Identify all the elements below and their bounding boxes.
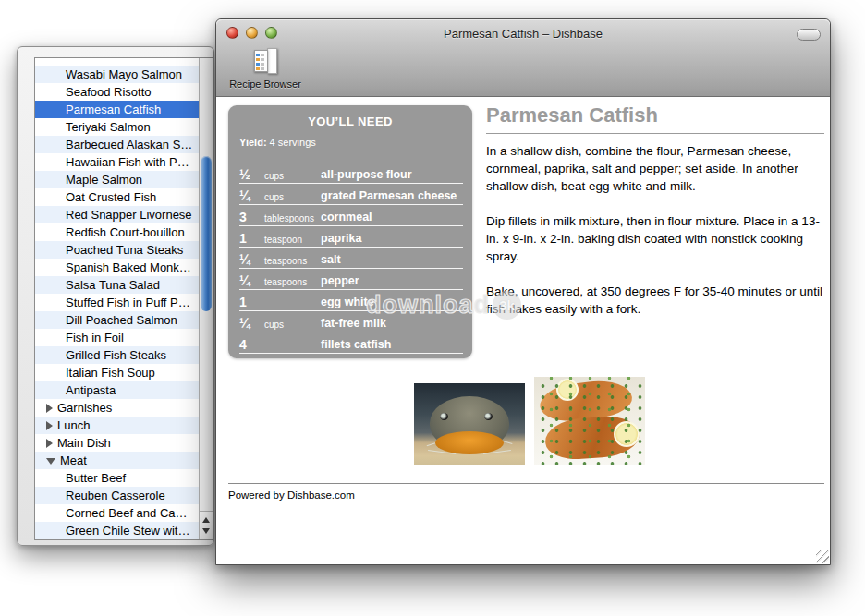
row-label: Salsa Tuna Salad — [66, 276, 160, 294]
disclosure-triangle-expanded-icon[interactable] — [46, 458, 55, 465]
row-label: Main Dish — [57, 434, 111, 452]
close-button[interactable] — [226, 27, 238, 39]
recipe-list-item[interactable]: Green Chile Stew wit… — [35, 522, 199, 539]
recipe-list-item[interactable]: Maple Salmon — [35, 171, 199, 188]
minimize-button[interactable] — [246, 27, 258, 39]
recipe-list-item[interactable]: Spanish Baked Monk… — [35, 259, 199, 276]
ingredient-unit: cups — [264, 187, 321, 202]
row-label: Grilled Fish Steaks — [66, 346, 166, 364]
ingredient-quantity: ¼ — [239, 185, 264, 203]
title-divider — [486, 133, 824, 134]
row-label: Italian Fish Soup — [66, 364, 155, 381]
scrollbar-arrows — [200, 511, 213, 539]
ingredient-row: 1teaspoonpaprika — [239, 226, 463, 248]
recipe-list-item[interactable]: Reuben Casserole — [35, 487, 199, 504]
disclosure-triangle-collapsed-icon[interactable] — [46, 421, 53, 430]
ingredient-quantity: ½ — [239, 163, 264, 182]
ingredient-unit — [264, 297, 321, 303]
ingredient-row: ¼teaspoonspepper — [239, 269, 463, 290]
ingredient-row: 3tablespoonscornmeal — [239, 205, 463, 226]
ingredient-unit: teaspoons — [264, 250, 321, 266]
ingredient-row: ¼cupsfat-free milk — [239, 311, 463, 332]
ingredient-row: ¼teaspoonssalt — [239, 248, 463, 269]
cooked-dish-photo[interactable] — [534, 377, 645, 465]
ingredients-panel: YOU’LL NEED Yield: 4 servings ½cupsall-p… — [228, 105, 472, 358]
recipe-list-item[interactable]: Hawaiian Fish with P… — [35, 153, 199, 171]
recipe-list-item[interactable]: Redfish Court-bouillon — [35, 223, 199, 241]
recipe-list-item[interactable]: Stuffed Fish in Puff P… — [35, 294, 199, 311]
list-scrollbar[interactable] — [199, 58, 213, 539]
tree-category-row[interactable]: Meat — [35, 452, 199, 469]
recipe-browser-toolbar-button[interactable]: Recipe Browser — [224, 47, 307, 90]
row-label: Dill Poached Salmon — [66, 311, 177, 329]
row-label: Parmesan Catfish — [66, 101, 161, 118]
recipe-list-item[interactable]: Red Snapper Livornese — [35, 206, 199, 223]
recipe-content-area: YOU’LL NEED Yield: 4 servings ½cupsall-p… — [216, 98, 830, 564]
tree-category-row[interactable]: Main Dish — [35, 434, 199, 452]
ingredient-name: cornmeal — [321, 207, 372, 223]
ingredient-name: fillets catfish — [321, 334, 391, 351]
ingredient-row: ¼cupsgrated Parmesan cheese — [239, 184, 463, 205]
recipe-list-item[interactable]: Butter Beef — [35, 469, 199, 487]
recipe-list-item[interactable]: Teriyaki Salmon — [35, 118, 199, 136]
recipe-list-item[interactable]: Wasabi Mayo Salmon — [35, 66, 199, 83]
row-label: Garnishes — [57, 399, 112, 417]
recipe-browser-label: Recipe Browser — [224, 79, 307, 90]
row-label: Lunch — [57, 417, 90, 434]
recipe-list-item[interactable]: Poached Tuna Steaks — [35, 241, 199, 259]
recipe-list-item[interactable]: Seafood Risotto — [35, 83, 199, 101]
ingredient-quantity: ¼ — [239, 312, 264, 331]
ingredient-name: paprika — [321, 228, 361, 245]
recipe-list-item[interactable]: Salsa Tuna Salad — [35, 276, 199, 294]
ingredient-quantity: 1 — [239, 291, 264, 309]
recipe-list-item[interactable]: Corned Beef and Ca… — [35, 504, 199, 522]
scrollbar-thumb[interactable] — [201, 156, 212, 311]
ingredient-rows: ½cupsall-purpose flour¼cupsgrated Parmes… — [239, 163, 463, 354]
row-label: Barbecued Alaskan S… — [66, 136, 192, 153]
scroll-down-arrow-icon[interactable] — [202, 528, 210, 534]
ingredient-quantity: 1 — [239, 227, 264, 246]
tree-category-row[interactable]: Lunch — [35, 417, 199, 434]
row-label: Antipasta — [66, 381, 116, 399]
recipe-list-item[interactable]: Fish in Foil — [35, 329, 199, 346]
ingredients-panel-header: YOU’LL NEED — [228, 105, 472, 128]
yield-label: Yield: — [239, 137, 267, 148]
recipe-list-item[interactable]: Parmesan Catfish — [35, 101, 199, 118]
tree-category-row[interactable]: Garnishes — [35, 399, 199, 417]
row-label: Green Chile Stew wit… — [66, 522, 189, 539]
row-label: Fish in Foil — [66, 329, 124, 346]
ingredient-row: ½cupsall-purpose flour — [239, 163, 463, 184]
ingredient-name: salt — [321, 249, 341, 266]
recipe-list-item[interactable]: Grilled Fish Steaks — [35, 346, 199, 364]
catfish-photo[interactable] — [414, 383, 525, 465]
powered-by-text: Powered by Dishbase.com — [228, 489, 355, 501]
recipe-list-window[interactable]: Wasabi Mayo SalmonSeafood RisottoParmesa… — [17, 46, 214, 546]
ingredient-name: all-purpose flour — [321, 164, 412, 181]
disclosure-triangle-collapsed-icon[interactable] — [46, 404, 53, 413]
scroll-up-arrow-icon[interactable] — [202, 517, 210, 523]
yield-line: Yield: 4 servings — [228, 128, 472, 148]
ingredient-unit: tablespoons — [264, 208, 321, 223]
catfish-mouth-art — [435, 431, 504, 454]
ingredient-name: pepper — [321, 271, 359, 287]
row-label: Red Snapper Livornese — [66, 206, 192, 223]
recipe-list-item[interactable]: Dill Poached Salmon — [35, 311, 199, 329]
recipe-list-box: Wasabi Mayo SalmonSeafood RisottoParmesa… — [34, 57, 213, 540]
ingredient-unit: cups — [264, 314, 321, 330]
recipe-list-rows: Wasabi Mayo SalmonSeafood RisottoParmesa… — [35, 58, 199, 539]
window-title: Parmesan Catfish – Dishbase — [272, 27, 774, 41]
resize-grip[interactable] — [816, 550, 829, 563]
toolbar-toggle-button[interactable] — [797, 29, 821, 41]
recipe-list-item[interactable]: Antipasta — [35, 381, 199, 399]
row-label: Teriyaki Salmon — [66, 118, 151, 136]
row-label: Wasabi Mayo Salmon — [66, 66, 182, 83]
recipe-list-item[interactable]: Italian Fish Soup — [35, 364, 199, 381]
window-title-bar[interactable]: Parmesan Catfish – Dishbase Recipe Brows… — [216, 19, 830, 97]
recipe-list-item[interactable]: Oat Crusted Fish — [35, 188, 199, 206]
disclosure-triangle-collapsed-icon[interactable] — [46, 439, 53, 448]
recipe-browser-icon — [251, 47, 279, 76]
footer-divider — [228, 483, 824, 484]
recipe-list-item[interactable]: Barbecued Alaskan S… — [35, 136, 199, 153]
ingredient-name: egg white — [321, 292, 374, 308]
recipe-title: Parmesan Catfish — [486, 103, 825, 127]
